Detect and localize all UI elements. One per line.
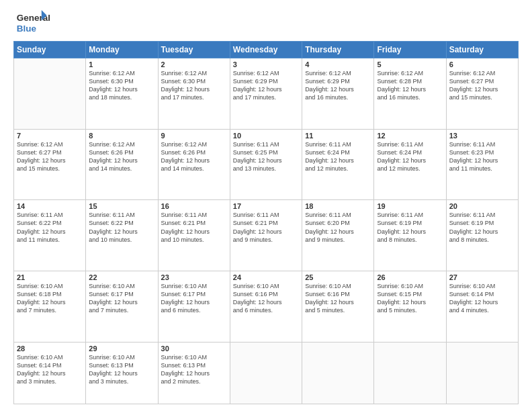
cell-sun-info: Sunrise: 6:11 AM Sunset: 6:24 PM Dayligh…: [377, 140, 443, 173]
day-number: 23: [161, 273, 227, 281]
day-number: 12: [377, 132, 443, 140]
calendar-cell: 17Sunrise: 6:11 AM Sunset: 6:21 PM Dayli…: [230, 200, 302, 271]
day-number: 14: [17, 202, 83, 210]
cell-sun-info: Sunrise: 6:11 AM Sunset: 6:24 PM Dayligh…: [305, 140, 371, 173]
day-number: 7: [17, 132, 83, 140]
calendar-cell: 9Sunrise: 6:12 AM Sunset: 6:26 PM Daylig…: [158, 129, 230, 200]
cell-sun-info: Sunrise: 6:12 AM Sunset: 6:29 PM Dayligh…: [233, 69, 299, 102]
calendar-cell: 7Sunrise: 6:12 AM Sunset: 6:27 PM Daylig…: [14, 129, 86, 200]
day-number: 6: [449, 60, 515, 68]
calendar-cell: [230, 342, 302, 404]
calendar-cell: [374, 342, 446, 404]
cell-sun-info: Sunrise: 6:11 AM Sunset: 6:20 PM Dayligh…: [305, 211, 371, 244]
day-number: 17: [233, 202, 299, 210]
day-number: 27: [449, 273, 515, 281]
cell-sun-info: Sunrise: 6:10 AM Sunset: 6:17 PM Dayligh…: [161, 282, 227, 315]
calendar-day-header: Wednesday: [230, 42, 302, 58]
calendar-cell: 12Sunrise: 6:11 AM Sunset: 6:24 PM Dayli…: [374, 129, 446, 200]
cell-sun-info: Sunrise: 6:10 AM Sunset: 6:16 PM Dayligh…: [233, 282, 299, 315]
calendar-cell: [14, 58, 86, 130]
calendar-cell: 27Sunrise: 6:10 AM Sunset: 6:14 PM Dayli…: [446, 271, 518, 342]
calendar-day-header: Tuesday: [158, 42, 230, 58]
calendar-cell: 1Sunrise: 6:12 AM Sunset: 6:30 PM Daylig…: [86, 58, 158, 130]
calendar-cell: 4Sunrise: 6:12 AM Sunset: 6:29 PM Daylig…: [302, 58, 374, 130]
day-number: 10: [233, 132, 299, 140]
calendar-cell: 28Sunrise: 6:10 AM Sunset: 6:14 PM Dayli…: [14, 342, 86, 404]
cell-sun-info: Sunrise: 6:11 AM Sunset: 6:22 PM Dayligh…: [89, 211, 154, 244]
calendar-cell: 10Sunrise: 6:11 AM Sunset: 6:25 PM Dayli…: [230, 129, 302, 200]
day-number: 8: [89, 132, 154, 140]
calendar-cell: 3Sunrise: 6:12 AM Sunset: 6:29 PM Daylig…: [230, 58, 302, 130]
day-number: 16: [161, 202, 227, 210]
cell-sun-info: Sunrise: 6:12 AM Sunset: 6:29 PM Dayligh…: [305, 69, 371, 102]
svg-text:Blue: Blue: [17, 24, 37, 34]
cell-sun-info: Sunrise: 6:11 AM Sunset: 6:19 PM Dayligh…: [449, 211, 515, 244]
calendar-cell: 14Sunrise: 6:11 AM Sunset: 6:22 PM Dayli…: [14, 200, 86, 271]
day-number: 19: [377, 202, 443, 210]
calendar-day-header: Saturday: [446, 42, 518, 58]
cell-sun-info: Sunrise: 6:11 AM Sunset: 6:22 PM Dayligh…: [17, 211, 83, 244]
calendar-cell: 30Sunrise: 6:10 AM Sunset: 6:13 PM Dayli…: [158, 342, 230, 404]
day-number: 25: [305, 273, 371, 281]
cell-sun-info: Sunrise: 6:10 AM Sunset: 6:18 PM Dayligh…: [17, 282, 83, 315]
calendar-cell: 16Sunrise: 6:11 AM Sunset: 6:21 PM Dayli…: [158, 200, 230, 271]
day-number: 29: [89, 345, 154, 353]
day-number: 28: [17, 345, 83, 353]
cell-sun-info: Sunrise: 6:10 AM Sunset: 6:15 PM Dayligh…: [377, 282, 443, 315]
cell-sun-info: Sunrise: 6:11 AM Sunset: 6:19 PM Dayligh…: [377, 211, 443, 244]
calendar-cell: 18Sunrise: 6:11 AM Sunset: 6:20 PM Dayli…: [302, 200, 374, 271]
day-number: 15: [89, 202, 154, 210]
cell-sun-info: Sunrise: 6:12 AM Sunset: 6:30 PM Dayligh…: [89, 69, 154, 102]
calendar-cell: 26Sunrise: 6:10 AM Sunset: 6:15 PM Dayli…: [374, 271, 446, 342]
cell-sun-info: Sunrise: 6:11 AM Sunset: 6:23 PM Dayligh…: [449, 140, 515, 173]
day-number: 3: [233, 60, 299, 68]
day-number: 11: [305, 132, 371, 140]
day-number: 21: [17, 273, 83, 281]
calendar-cell: 15Sunrise: 6:11 AM Sunset: 6:22 PM Dayli…: [86, 200, 158, 271]
calendar-cell: 29Sunrise: 6:10 AM Sunset: 6:13 PM Dayli…: [86, 342, 158, 404]
calendar-cell: 20Sunrise: 6:11 AM Sunset: 6:19 PM Dayli…: [446, 200, 518, 271]
calendar-week-row: 21Sunrise: 6:10 AM Sunset: 6:18 PM Dayli…: [14, 271, 519, 342]
day-number: 1: [89, 60, 154, 68]
calendar-day-header: Thursday: [302, 42, 374, 58]
calendar-cell: 13Sunrise: 6:11 AM Sunset: 6:23 PM Dayli…: [446, 129, 518, 200]
logo-icon: General Blue: [13, 10, 54, 34]
calendar-cell: [446, 342, 518, 404]
cell-sun-info: Sunrise: 6:12 AM Sunset: 6:28 PM Dayligh…: [377, 69, 443, 102]
day-number: 26: [377, 273, 443, 281]
day-number: 2: [161, 60, 227, 68]
page: General Blue SundayMondayTuesdayWednesda…: [0, 0, 532, 411]
day-number: 30: [161, 345, 227, 353]
calendar-cell: 25Sunrise: 6:10 AM Sunset: 6:16 PM Dayli…: [302, 271, 374, 342]
calendar-week-row: 28Sunrise: 6:10 AM Sunset: 6:14 PM Dayli…: [14, 342, 519, 404]
cell-sun-info: Sunrise: 6:10 AM Sunset: 6:14 PM Dayligh…: [17, 353, 83, 386]
cell-sun-info: Sunrise: 6:12 AM Sunset: 6:30 PM Dayligh…: [161, 69, 227, 102]
calendar-cell: 22Sunrise: 6:10 AM Sunset: 6:17 PM Dayli…: [86, 271, 158, 342]
cell-sun-info: Sunrise: 6:11 AM Sunset: 6:21 PM Dayligh…: [161, 211, 227, 244]
calendar-cell: [302, 342, 374, 404]
day-number: 9: [161, 132, 227, 140]
calendar-day-header: Friday: [374, 42, 446, 58]
cell-sun-info: Sunrise: 6:11 AM Sunset: 6:21 PM Dayligh…: [233, 211, 299, 244]
cell-sun-info: Sunrise: 6:12 AM Sunset: 6:26 PM Dayligh…: [89, 140, 154, 173]
cell-sun-info: Sunrise: 6:10 AM Sunset: 6:17 PM Dayligh…: [89, 282, 154, 315]
calendar-cell: 19Sunrise: 6:11 AM Sunset: 6:19 PM Dayli…: [374, 200, 446, 271]
calendar-cell: 11Sunrise: 6:11 AM Sunset: 6:24 PM Dayli…: [302, 129, 374, 200]
calendar-cell: 6Sunrise: 6:12 AM Sunset: 6:27 PM Daylig…: [446, 58, 518, 130]
logo: General Blue: [13, 10, 54, 34]
day-number: 13: [449, 132, 515, 140]
cell-sun-info: Sunrise: 6:12 AM Sunset: 6:27 PM Dayligh…: [449, 69, 515, 102]
calendar-week-row: 14Sunrise: 6:11 AM Sunset: 6:22 PM Dayli…: [14, 200, 519, 271]
calendar-week-row: 1Sunrise: 6:12 AM Sunset: 6:30 PM Daylig…: [14, 58, 519, 130]
calendar-table: SundayMondayTuesdayWednesdayThursdayFrid…: [13, 41, 519, 404]
cell-sun-info: Sunrise: 6:11 AM Sunset: 6:25 PM Dayligh…: [233, 140, 299, 173]
cell-sun-info: Sunrise: 6:10 AM Sunset: 6:14 PM Dayligh…: [449, 282, 515, 315]
calendar-day-header: Monday: [86, 42, 158, 58]
calendar-cell: 23Sunrise: 6:10 AM Sunset: 6:17 PM Dayli…: [158, 271, 230, 342]
cell-sun-info: Sunrise: 6:12 AM Sunset: 6:26 PM Dayligh…: [161, 140, 227, 173]
calendar-header-row: SundayMondayTuesdayWednesdayThursdayFrid…: [14, 42, 519, 58]
calendar-day-header: Sunday: [14, 42, 86, 58]
header: General Blue: [13, 10, 519, 34]
calendar-cell: 5Sunrise: 6:12 AM Sunset: 6:28 PM Daylig…: [374, 58, 446, 130]
cell-sun-info: Sunrise: 6:10 AM Sunset: 6:13 PM Dayligh…: [161, 353, 227, 386]
